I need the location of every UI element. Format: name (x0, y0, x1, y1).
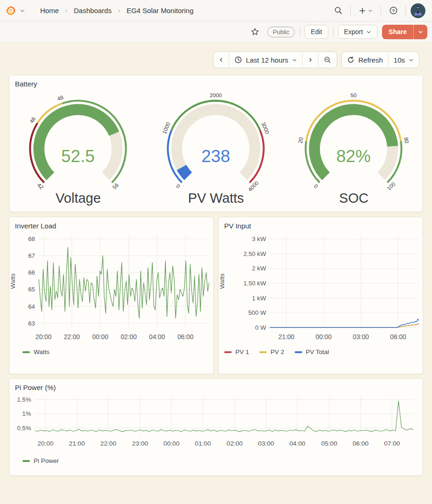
zoom-out-button[interactable] (319, 52, 337, 68)
chart-legend[interactable]: PV 1PV 2PV Total (219, 347, 423, 355)
voltage-gauge: 4246485652.5 Voltage (10, 91, 146, 206)
svg-text:63: 63 (28, 320, 35, 327)
divider (299, 27, 300, 37)
pv-watts-gauge: 01000200030004000238 PV Watts (148, 91, 284, 206)
svg-text:05:00: 05:00 (321, 440, 338, 447)
legend-item[interactable]: PV Total (295, 348, 329, 355)
gauge-chart: 4246485652.5 (17, 91, 139, 192)
svg-text:00:00: 00:00 (92, 334, 109, 341)
svg-text:20:00: 20:00 (35, 334, 52, 341)
divider (333, 27, 333, 37)
add-new-button[interactable] (355, 3, 376, 18)
svg-text:00:00: 00:00 (163, 440, 180, 447)
svg-text:1.50 kW: 1.50 kW (243, 280, 266, 287)
refresh-icon (347, 56, 354, 64)
refresh-interval-dropdown[interactable]: 10s (389, 52, 419, 68)
dashboard-toolbar: Public Edit Export Share (0, 21, 432, 43)
divider (405, 6, 406, 16)
svg-text:1 kW: 1 kW (252, 295, 267, 302)
org-switcher-chevron-icon[interactable] (20, 8, 25, 14)
gauge-title: SOC (339, 191, 368, 206)
svg-text:21:00: 21:00 (278, 334, 295, 341)
gauge-title: Voltage (56, 191, 101, 206)
legend-label: PV Total (306, 348, 329, 355)
time-shift-back-button[interactable] (213, 52, 229, 68)
legend-swatch-icon (224, 351, 232, 353)
svg-text:06:00: 06:00 (390, 334, 406, 341)
svg-text:20: 20 (297, 136, 304, 143)
legend-swatch-icon (22, 351, 30, 353)
svg-text:00:00: 00:00 (316, 334, 332, 341)
svg-text:06:00: 06:00 (353, 440, 369, 447)
svg-text:0: 0 (175, 183, 182, 189)
panel-title[interactable]: Battery (9, 75, 423, 89)
legend-label: PV 2 (270, 348, 284, 355)
svg-text:07:00: 07:00 (384, 440, 400, 447)
legend-label: Watts (34, 348, 50, 355)
svg-text:52.5: 52.5 (62, 147, 95, 166)
help-icon[interactable]: ? (386, 3, 401, 18)
breadcrumb-current-dashboard[interactable]: EG4 Solar Monitoring (124, 7, 196, 14)
export-label: Export (344, 28, 363, 35)
time-range-picker[interactable]: Last 12 hours (229, 52, 303, 68)
refresh-interval-label: 10s (394, 56, 405, 64)
legend-item[interactable]: Watts (22, 348, 50, 355)
svg-text:1.5%: 1.5% (17, 396, 31, 403)
refresh-label: Refresh (358, 56, 383, 64)
star-icon[interactable] (248, 24, 262, 39)
time-range-group: Last 12 hours (213, 51, 337, 68)
chart-legend[interactable]: Pi Power (9, 455, 423, 464)
inverter-load-chart: 63646566676820:0022:0000:0002:0004:0006:… (9, 231, 213, 345)
refresh-group: Refresh 10s (341, 51, 419, 68)
public-badge: Public (267, 27, 295, 37)
share-menu-button[interactable] (413, 25, 427, 39)
share-button[interactable]: Share (382, 25, 413, 39)
svg-text:68: 68 (28, 235, 35, 242)
inverter-load-panel: Inverter Load 63646566676820:0022:0000:0… (9, 217, 214, 374)
legend-item[interactable]: PV 1 (224, 348, 249, 355)
chart-legend[interactable]: Watts (9, 347, 213, 355)
breadcrumb-home[interactable]: Home (37, 7, 62, 14)
legend-swatch-icon (295, 351, 302, 353)
svg-text:0: 0 (313, 183, 319, 189)
legend-item[interactable]: PV 2 (259, 348, 284, 355)
breadcrumb-dashboards[interactable]: Dashboards (71, 7, 114, 14)
svg-text:23:00: 23:00 (132, 440, 149, 447)
svg-text:0.5%: 0.5% (17, 425, 31, 432)
divider (381, 6, 381, 16)
svg-text:?: ? (392, 8, 395, 13)
time-range-label: Last 12 hours (246, 56, 288, 64)
pv-input-panel: PV Input 0 W500 W1 kW1.50 kW2 kW2.50 kW3… (218, 217, 423, 374)
panel-title[interactable]: Pi Power (%) (9, 379, 423, 392)
svg-text:03:00: 03:00 (258, 440, 275, 447)
svg-text:67: 67 (28, 252, 35, 259)
svg-text:02:00: 02:00 (120, 334, 137, 341)
pi-power-panel: Pi Power (%) 0.5%1%1.5%20:0021:0022:0023… (9, 378, 423, 476)
svg-text:1%: 1% (22, 410, 31, 417)
edit-button[interactable]: Edit (305, 25, 328, 39)
legend-swatch-icon (22, 460, 30, 462)
svg-text:500 W: 500 W (248, 309, 266, 316)
search-icon[interactable] (331, 3, 346, 18)
time-shift-forward-button[interactable] (303, 52, 319, 68)
svg-text:82%: 82% (337, 147, 371, 166)
chevron-down-icon (368, 8, 373, 13)
svg-text:66: 66 (28, 269, 35, 276)
chevron-down-icon (418, 29, 423, 35)
share-button-group: Share (382, 25, 427, 39)
panel-title[interactable]: PV Input (219, 217, 423, 231)
legend-swatch-icon (259, 351, 267, 353)
svg-text:03:00: 03:00 (353, 334, 369, 341)
svg-text:2.50 kW: 2.50 kW (243, 250, 266, 257)
battery-panel: Battery 4246485652.5 Voltage 01000200030… (9, 75, 423, 212)
chevron-down-icon (366, 29, 371, 35)
refresh-button[interactable]: Refresh (342, 52, 389, 68)
panel-title[interactable]: Inverter Load (9, 217, 213, 231)
legend-item[interactable]: Pi Power (22, 457, 59, 464)
export-button[interactable]: Export (338, 25, 377, 39)
svg-text:04:00: 04:00 (290, 440, 306, 447)
user-avatar[interactable] (411, 3, 425, 18)
svg-text:64: 64 (28, 303, 35, 310)
grafana-logo-icon[interactable] (5, 3, 17, 18)
svg-text:22:00: 22:00 (64, 334, 80, 341)
